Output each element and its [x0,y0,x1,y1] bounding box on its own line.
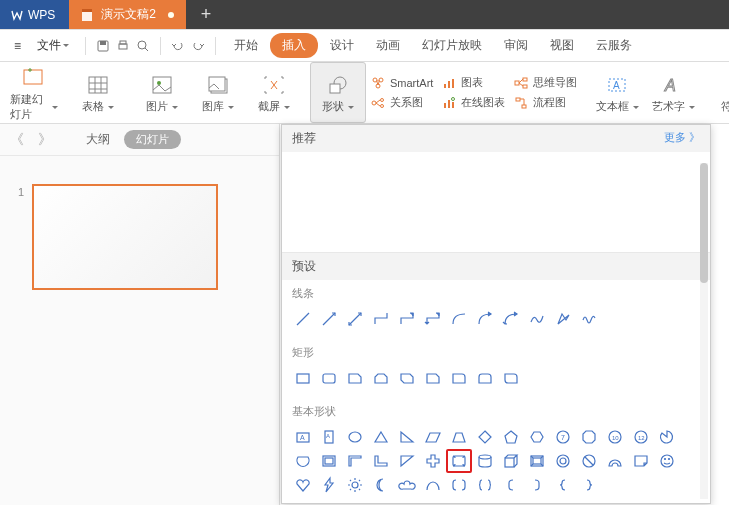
flowchart-button[interactable]: 流程图 [513,95,577,111]
screenshot-button[interactable]: 截屏 [246,62,302,123]
shape-elbow-double[interactable] [420,307,446,331]
nav-next-icon[interactable]: 》 [38,131,52,149]
shape-block-arc[interactable] [602,449,628,473]
shape-decagon[interactable]: 10 [602,425,628,449]
shape-moon[interactable] [368,473,394,497]
shape-double-arrow[interactable] [342,307,368,331]
tab-cloud[interactable]: 云服务 [586,31,642,60]
shape-pentagon[interactable] [498,425,524,449]
shape-freeform-curve[interactable] [524,307,550,331]
shape-cube[interactable] [498,449,524,473]
shape-cross[interactable] [420,449,446,473]
shape-diamond[interactable] [472,425,498,449]
tab-slideshow[interactable]: 幻灯片放映 [412,31,492,60]
shape-snip-2-same[interactable] [368,366,394,390]
tab-design[interactable]: 设计 [320,31,364,60]
chart-button[interactable]: 图表 [441,75,505,91]
shape-elbow[interactable] [368,307,394,331]
save-icon[interactable] [94,37,112,55]
tab-view[interactable]: 视图 [540,31,584,60]
textbox-button[interactable]: A 文本框 [589,62,645,123]
app-tab-wps[interactable]: WPS [0,0,69,29]
shape-textbox-v[interactable]: A [316,425,342,449]
shape-trapezoid[interactable] [446,425,472,449]
shape-frame[interactable] [316,449,342,473]
shape-pie[interactable] [654,425,680,449]
shape-arrow-line[interactable] [316,307,342,331]
shape-line[interactable] [290,307,316,331]
shape-right-bracket[interactable] [524,473,550,497]
shape-parallelogram[interactable] [420,425,446,449]
shape-bevel[interactable] [524,449,550,473]
dropdown-scrollbar[interactable] [700,163,708,499]
shape-round-rect[interactable] [316,366,342,390]
shape-freeform[interactable] [550,307,576,331]
tab-insert[interactable]: 插入 [270,33,318,58]
shape-folded-corner[interactable] [628,449,654,473]
shape-left-bracket[interactable] [498,473,524,497]
redo-icon[interactable] [189,37,207,55]
shape-double-brace[interactable] [472,473,498,497]
shape-plaque[interactable] [446,449,472,473]
gallery-button[interactable]: 图库 [190,62,246,123]
tab-animation[interactable]: 动画 [366,31,410,60]
new-tab-button[interactable]: + [186,0,226,29]
shapes-button[interactable]: 形状 [310,62,366,123]
shape-chord[interactable] [290,449,316,473]
shape-l-shape[interactable] [368,449,394,473]
shape-rect[interactable] [290,366,316,390]
onlinechart-button[interactable]: 在线图表 [441,95,505,111]
smartart-button[interactable]: SmartArt [370,75,433,91]
print-icon[interactable] [114,37,132,55]
shape-round-2-diag[interactable] [498,366,524,390]
shape-round-1[interactable] [446,366,472,390]
shape-curve[interactable] [446,307,472,331]
shape-can[interactable] [472,449,498,473]
shape-cloud[interactable] [394,473,420,497]
shape-elbow-arrow[interactable] [394,307,420,331]
shape-curve-double[interactable] [498,307,524,331]
file-menu[interactable]: 文件 [29,33,77,58]
shape-round-2-same[interactable] [472,366,498,390]
tab-review[interactable]: 审阅 [494,31,538,60]
document-tab[interactable]: 演示文稿2 [69,0,186,29]
shape-smiley[interactable] [654,449,680,473]
shape-diag-stripe[interactable] [394,449,420,473]
shape-arc[interactable] [420,473,446,497]
table-button[interactable]: 表格 [70,62,126,123]
shape-snip-2-diag[interactable] [394,366,420,390]
wordart-button[interactable]: A 艺术字 [645,62,701,123]
shape-no-symbol[interactable] [576,449,602,473]
shape-right-brace[interactable] [576,473,602,497]
mindmap-button[interactable]: 思维导图 [513,75,577,91]
tab-start[interactable]: 开始 [224,31,268,60]
shape-triangle[interactable] [368,425,394,449]
shape-hexagon[interactable] [524,425,550,449]
shape-snip-round[interactable] [420,366,446,390]
print-preview-icon[interactable] [134,37,152,55]
shape-scribble[interactable] [576,307,602,331]
shape-sun[interactable] [342,473,368,497]
shape-lightning[interactable] [316,473,342,497]
more-link[interactable]: 更多 》 [664,130,700,147]
slides-tab[interactable]: 幻灯片 [124,130,181,149]
relation-button[interactable]: 关系图 [370,95,433,111]
shape-heptagon[interactable]: 7 [550,425,576,449]
shape-donut[interactable] [550,449,576,473]
shape-textbox-h[interactable]: A [290,425,316,449]
shape-snip-1[interactable] [342,366,368,390]
slide-thumbnail[interactable] [32,184,218,290]
outline-tab[interactable]: 大纲 [86,131,110,148]
shape-oval[interactable] [342,425,368,449]
picture-button[interactable]: 图片 [134,62,190,123]
shape-heart[interactable] [290,473,316,497]
shape-right-triangle[interactable] [394,425,420,449]
shape-left-brace[interactable] [550,473,576,497]
symbol-button[interactable]: Ω 符号 [709,62,729,123]
scrollbar-thumb[interactable] [700,163,708,283]
shape-octagon[interactable] [576,425,602,449]
shape-dodecagon[interactable]: 12 [628,425,654,449]
undo-icon[interactable] [169,37,187,55]
new-slide-button[interactable]: 新建幻灯片 [6,62,62,123]
shape-curve-arrow[interactable] [472,307,498,331]
